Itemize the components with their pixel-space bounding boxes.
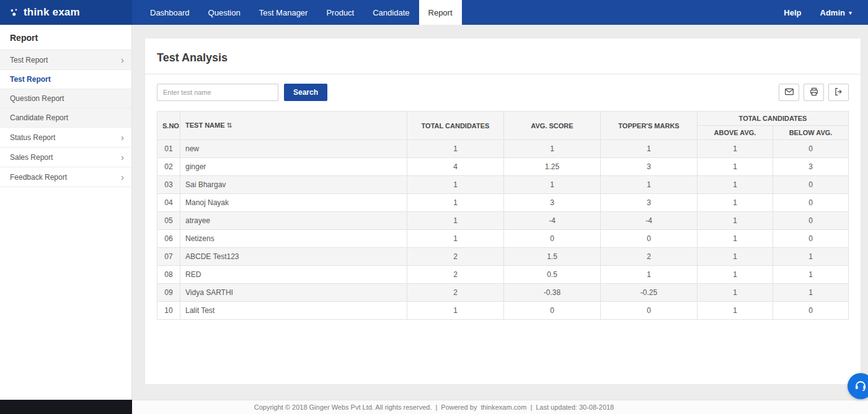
- table-row: 08 RED 2 0.5 1 1 1: [157, 266, 849, 284]
- chevron-right-icon: ›: [121, 172, 124, 182]
- cell-total-candidates: 1: [407, 230, 504, 248]
- sidebar-item-question-report[interactable]: Question Report: [0, 89, 131, 108]
- app-root: think exam Dashboard Question Test Manag…: [0, 0, 868, 414]
- cell-total-candidates: 1: [407, 212, 504, 230]
- title-divider: [145, 74, 861, 74]
- header-test-name-label: TEST NAME: [185, 121, 225, 129]
- sidebar-item-test-report[interactable]: Test Report: [0, 70, 131, 89]
- cell-avg-score: 1.25: [504, 158, 601, 176]
- cell-total-candidates: 4: [407, 158, 504, 176]
- cell-test-name: ginger: [180, 158, 407, 176]
- nav-item-question[interactable]: Question: [199, 0, 250, 25]
- table-row: 06 Netizens 1 0 0 1 0: [157, 230, 849, 248]
- thinkexam-link[interactable]: thinkexam.com: [480, 403, 526, 411]
- brand-logo-icon: [10, 8, 19, 17]
- caret-down-icon: ▾: [849, 9, 852, 16]
- main-nav: Dashboard Question Test Manager Product …: [141, 0, 462, 25]
- cell-above-avg: 1: [698, 248, 773, 266]
- chevron-right-icon: ›: [121, 152, 124, 162]
- help-link[interactable]: Help: [784, 8, 801, 17]
- cell-toppers-marks: -0.25: [601, 284, 698, 302]
- header-total-candidates-group: TOTAL CANDIDATES: [698, 112, 849, 126]
- sidebar-item-label: Test Report: [10, 56, 48, 64]
- cell-total-candidates: 1: [407, 176, 504, 194]
- cell-sno: 02: [157, 158, 180, 176]
- main-content: Test Analysis Search: [132, 25, 868, 400]
- sidebar: Report Test Report › Test Report Questio…: [0, 25, 132, 400]
- cell-total-candidates: 1: [407, 140, 504, 158]
- cell-avg-score: -4: [504, 212, 601, 230]
- print-button[interactable]: [804, 84, 824, 101]
- last-updated-text: Last updated: 30-08-2018: [536, 403, 614, 411]
- sidebar-item-sales-report[interactable]: Sales Report ›: [0, 148, 131, 167]
- nav-item-report[interactable]: Report: [419, 0, 462, 25]
- cell-sno: 06: [157, 230, 180, 248]
- admin-label: Admin: [820, 8, 845, 17]
- content-card: Test Analysis Search: [145, 38, 861, 384]
- cell-above-avg: 1: [698, 194, 773, 212]
- sidebar-item-label: Feedback Report: [10, 173, 67, 182]
- header-sno: S.NO.: [157, 112, 180, 140]
- cell-sno: 01: [157, 140, 180, 158]
- cell-avg-score: 3: [504, 194, 601, 212]
- search-button[interactable]: Search: [284, 84, 327, 101]
- admin-menu[interactable]: Admin ▾: [820, 8, 852, 17]
- cell-above-avg: 1: [698, 230, 773, 248]
- table-row: 07 ABCDE Test123 2 1.5 2 1 1: [157, 248, 849, 266]
- header-toppers-marks: TOPPER'S MARKS: [601, 112, 698, 140]
- footer-text: Copyright © 2018 Ginger Webs Pvt Ltd. Al…: [0, 400, 868, 414]
- cell-test-name: RED: [180, 266, 407, 284]
- cell-test-name: Sai Bhargav: [180, 176, 407, 194]
- cell-below-avg: 0: [773, 194, 849, 212]
- chevron-right-icon: ›: [121, 133, 124, 142]
- footer-separator: |: [435, 403, 437, 411]
- cell-avg-score: 1: [504, 140, 601, 158]
- sidebar-item-label: Status Report: [10, 133, 55, 142]
- powered-by-text: Powered by: [441, 403, 477, 411]
- cell-sno: 04: [157, 194, 180, 212]
- header-test-name[interactable]: TEST NAME⇅: [180, 112, 407, 140]
- header-avg-score: AVG. SCORE: [504, 112, 601, 140]
- sidebar-item-test-report-parent[interactable]: Test Report ›: [0, 50, 131, 70]
- table-header: S.NO. TEST NAME⇅ TOTAL CANDIDATES AVG. S…: [157, 112, 849, 140]
- toolbar: Search: [157, 84, 849, 101]
- cell-total-candidates: 2: [407, 266, 504, 284]
- cell-total-candidates: 2: [407, 284, 504, 302]
- sort-icon[interactable]: ⇅: [227, 121, 232, 129]
- page-body: Report Test Report › Test Report Questio…: [0, 25, 868, 400]
- footer-separator: |: [530, 403, 532, 411]
- sidebar-item-candidate-report[interactable]: Candidate Report: [0, 108, 131, 128]
- nav-item-dashboard[interactable]: Dashboard: [141, 0, 199, 25]
- search-input[interactable]: [157, 84, 278, 101]
- export-button[interactable]: [828, 84, 849, 101]
- cell-test-name: new: [180, 140, 407, 158]
- nav-item-test-manager[interactable]: Test Manager: [250, 0, 317, 25]
- cell-below-avg: 1: [773, 248, 849, 266]
- email-button[interactable]: [779, 84, 799, 101]
- brand-logo[interactable]: think exam: [0, 0, 132, 25]
- cell-above-avg: 1: [698, 176, 773, 194]
- test-analysis-table: S.NO. TEST NAME⇅ TOTAL CANDIDATES AVG. S…: [157, 111, 849, 320]
- table-row: 01 new 1 1 1 1 0: [157, 140, 849, 158]
- cell-toppers-marks: 1: [601, 266, 698, 284]
- cell-avg-score: 0: [504, 230, 601, 248]
- headset-icon: [854, 378, 867, 394]
- sidebar-item-feedback-report[interactable]: Feedback Report ›: [0, 167, 131, 187]
- table-row: 02 ginger 4 1.25 3 1 3: [157, 158, 849, 176]
- table-row: 10 Lalit Test 1 0 0 1 0: [157, 302, 849, 320]
- cell-below-avg: 0: [773, 176, 849, 194]
- cell-avg-score: -0.38: [504, 284, 601, 302]
- sidebar-item-label: Test Report: [10, 75, 51, 84]
- cell-test-name: Vidya SARTHI: [180, 284, 407, 302]
- nav-item-product[interactable]: Product: [317, 0, 363, 25]
- nav-item-candidate[interactable]: Candidate: [363, 0, 418, 25]
- cell-below-avg: 0: [773, 230, 849, 248]
- footer: Copyright © 2018 Ginger Webs Pvt Ltd. Al…: [0, 400, 868, 414]
- cell-total-candidates: 1: [407, 194, 504, 212]
- sidebar-item-status-report[interactable]: Status Report ›: [0, 128, 131, 148]
- table-row: 04 Manoj Nayak 1 3 3 1 0: [157, 194, 849, 212]
- cell-toppers-marks: 3: [601, 158, 698, 176]
- sidebar-item-label: Sales Report: [10, 153, 53, 162]
- cell-above-avg: 1: [698, 266, 773, 284]
- sidebar-item-label: Question Report: [10, 94, 64, 103]
